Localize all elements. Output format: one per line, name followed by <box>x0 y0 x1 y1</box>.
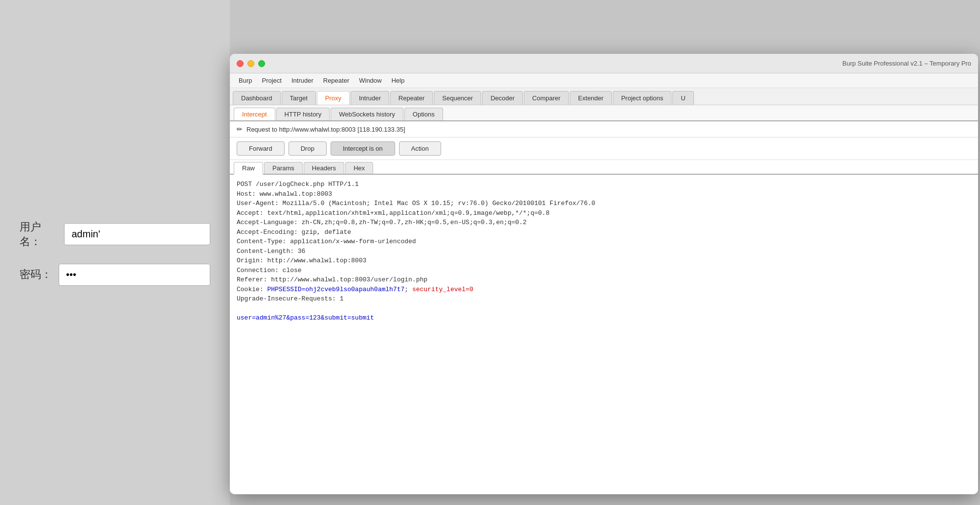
http-line-12: Upgrade-Insecure-Requests: 1 <box>237 294 971 304</box>
tab-proxy[interactable]: Proxy <box>317 91 350 105</box>
request-info-bar: ✏ Request to http://www.whalwl.top:8003 … <box>230 121 978 138</box>
pencil-icon: ✏ <box>237 125 243 133</box>
subtab-intercept[interactable]: Intercept <box>234 108 275 120</box>
forward-button[interactable]: Forward <box>237 141 285 156</box>
http-line-10: Connection: close <box>237 266 971 275</box>
http-line-6: Accept-Encoding: gzip, deflate <box>237 228 971 237</box>
content-tabs: Raw Params Headers Hex <box>230 160 978 175</box>
intercept-toggle-button[interactable]: Intercept is on <box>331 141 395 156</box>
http-line-1: POST /user/logCheck.php HTTP/1.1 <box>237 180 971 189</box>
subtab-http-history[interactable]: HTTP history <box>276 108 330 120</box>
title-bar: Burp Suite Professional v2.1 – Temporary… <box>230 54 978 73</box>
close-button[interactable] <box>237 60 244 67</box>
http-line-4: Accept: text/html,application/xhtml+xml,… <box>237 208 971 218</box>
cookie-sessid: PHPSESSID=ohj2cveb9lso0apauh0amlh7t7 <box>267 286 404 293</box>
cookie-security: security_level=0 <box>412 286 473 293</box>
tab-target[interactable]: Target <box>282 91 316 105</box>
subtab-options[interactable]: Options <box>404 108 443 120</box>
tab-project-options[interactable]: Project options <box>613 91 671 105</box>
login-form-area: 用户名： 密码： <box>0 0 230 505</box>
tab-dashboard[interactable]: Dashboard <box>233 91 281 105</box>
http-line-blank <box>237 304 971 314</box>
proxy-sub-tabs: Intercept HTTP history WebSockets histor… <box>230 105 978 121</box>
content-tab-hex[interactable]: Hex <box>345 162 373 174</box>
http-line-5: Accept-Language: zh-CN,zh;q=0.8,zh-TW;q=… <box>237 218 971 228</box>
password-row: 密码： <box>20 264 210 286</box>
burp-window: Burp Suite Professional v2.1 – Temporary… <box>230 54 978 494</box>
password-input[interactable] <box>59 264 210 286</box>
maximize-button[interactable] <box>258 60 265 67</box>
content-tab-raw[interactable]: Raw <box>234 162 263 175</box>
http-line-8: Content-Length: 36 <box>237 247 971 256</box>
http-request-content[interactable]: POST /user/logCheck.php HTTP/1.1Host: ww… <box>230 175 978 494</box>
action-buttons-row: Forward Drop Intercept is on Action <box>230 138 978 160</box>
http-line-3: User-Agent: Mozilla/5.0 (Macintosh; Inte… <box>237 199 971 208</box>
menu-burp[interactable]: Burp <box>235 75 256 86</box>
http-line-cookie: Cookie: PHPSESSID=ohj2cveb9lso0apauh0aml… <box>237 285 971 295</box>
request-url: Request to http://www.whalwl.top:8003 [1… <box>246 126 405 133</box>
minimize-button[interactable] <box>247 60 254 67</box>
http-line-11: Referer: http://www.whalwl.top:8003/user… <box>237 275 971 285</box>
drop-button[interactable]: Drop <box>289 141 327 156</box>
tab-extender[interactable]: Extender <box>570 91 612 105</box>
menu-window[interactable]: Window <box>355 75 385 86</box>
menu-intruder[interactable]: Intruder <box>288 75 317 86</box>
main-tabs: Dashboard Target Proxy Intruder Repeater… <box>230 88 978 105</box>
menu-help[interactable]: Help <box>387 75 408 86</box>
tab-repeater[interactable]: Repeater <box>390 91 433 105</box>
http-line-7: Content-Type: application/x-www-form-url… <box>237 237 971 247</box>
tab-comparer[interactable]: Comparer <box>524 91 569 105</box>
tab-u[interactable]: U <box>672 91 693 105</box>
content-tab-headers[interactable]: Headers <box>304 162 344 174</box>
menu-project[interactable]: Project <box>258 75 285 86</box>
tab-decoder[interactable]: Decoder <box>482 91 523 105</box>
subtab-websockets-history[interactable]: WebSockets history <box>331 108 403 120</box>
action-button[interactable]: Action <box>399 141 441 156</box>
tab-sequencer[interactable]: Sequencer <box>434 91 481 105</box>
http-post-data: user=admin%27&pass=123&submit=submit <box>237 313 971 323</box>
content-tab-params[interactable]: Params <box>264 162 303 174</box>
menu-repeater[interactable]: Repeater <box>319 75 353 86</box>
username-row: 用户名： <box>20 220 210 249</box>
username-input[interactable] <box>64 223 210 245</box>
password-label: 密码： <box>20 267 54 282</box>
username-label: 用户名： <box>20 220 59 249</box>
menu-bar: Burp Project Intruder Repeater Window He… <box>230 73 978 88</box>
tab-intruder[interactable]: Intruder <box>351 91 389 105</box>
http-line-9: Origin: http://www.whalwl.top:8003 <box>237 256 971 266</box>
traffic-lights <box>237 60 265 67</box>
window-title: Burp Suite Professional v2.1 – Temporary… <box>273 60 971 67</box>
http-line-2: Host: www.whalwl.top:8003 <box>237 189 971 199</box>
